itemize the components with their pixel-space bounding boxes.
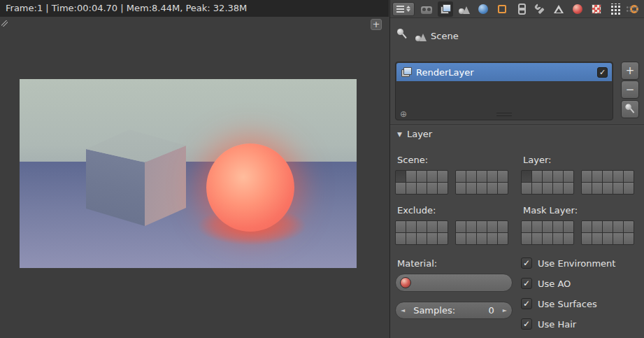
tab-object-data[interactable] bbox=[551, 1, 566, 17]
layer-toggle-cell-11[interactable] bbox=[532, 183, 542, 194]
layer-toggle-cell-11[interactable] bbox=[532, 233, 542, 244]
layer-toggle-cell-4[interactable] bbox=[438, 221, 448, 232]
layer-toggle-cell-12[interactable] bbox=[417, 183, 427, 194]
layer-toggle-cell-12[interactable] bbox=[417, 233, 427, 244]
layer-toggle-cell-16[interactable] bbox=[592, 183, 602, 194]
render-layer-enable-checkbox[interactable] bbox=[597, 67, 608, 78]
layer-toggle-cell-8[interactable] bbox=[487, 221, 497, 232]
layer-toggle-cell-6[interactable] bbox=[466, 221, 476, 232]
layer-toggle-cell-15[interactable] bbox=[456, 233, 466, 244]
layer-toggle-cell-0[interactable] bbox=[522, 221, 531, 232]
layer-toggle-cell-12[interactable] bbox=[543, 183, 552, 194]
layer-toggle-cell-19[interactable] bbox=[498, 233, 508, 244]
layer-toggle-cell-5[interactable] bbox=[582, 171, 592, 182]
layer-toggle-cell-3[interactable] bbox=[553, 221, 563, 232]
layer-toggle-cell-10[interactable] bbox=[396, 183, 406, 194]
layer-toggle-cell-3[interactable] bbox=[427, 221, 437, 232]
tab-modifiers[interactable] bbox=[532, 1, 548, 17]
layer-toggle-cell-19[interactable] bbox=[498, 183, 508, 194]
layer-toggle-cell-9[interactable] bbox=[498, 221, 508, 232]
layer-toggle-cell-6[interactable] bbox=[466, 171, 476, 182]
area-resize-grip[interactable] bbox=[1, 20, 8, 27]
render-layer-name[interactable]: RenderLayer bbox=[416, 67, 474, 78]
layer-toggle-cell-18[interactable] bbox=[613, 233, 623, 244]
layer-toggle-cell-2[interactable] bbox=[543, 221, 552, 232]
panel-collapse-arrow-icon[interactable]: ▼ bbox=[397, 131, 402, 138]
layer-toggle-cell-9[interactable] bbox=[624, 171, 634, 182]
layer-toggle-cell-2[interactable] bbox=[543, 171, 552, 182]
layer-toggle-cell-8[interactable] bbox=[613, 221, 623, 232]
layer-toggle-cell-17[interactable] bbox=[603, 233, 613, 244]
layer-toggle-cell-0[interactable] bbox=[396, 221, 406, 232]
layer-toggle-cell-14[interactable] bbox=[438, 183, 448, 194]
layer-toggle-cell-18[interactable] bbox=[487, 233, 497, 244]
layer-toggle-cell-12[interactable] bbox=[543, 233, 552, 244]
tab-scene[interactable] bbox=[457, 1, 472, 17]
layer-toggle-cell-8[interactable] bbox=[487, 171, 497, 182]
tab-particles[interactable] bbox=[608, 1, 623, 17]
layer-panel-header[interactable]: ▼ Layer bbox=[390, 125, 644, 143]
layer-toggle-cell-17[interactable] bbox=[477, 183, 487, 194]
breadcrumb-scene-label[interactable]: Scene bbox=[431, 31, 459, 41]
samples-number-field[interactable]: Samples: 0 bbox=[395, 302, 513, 319]
layer-toggle-cell-9[interactable] bbox=[498, 171, 508, 182]
layer-toggle-cell-13[interactable] bbox=[427, 233, 437, 244]
tab-texture[interactable] bbox=[589, 1, 604, 17]
tab-render[interactable] bbox=[419, 2, 434, 16]
material-override-field[interactable] bbox=[395, 274, 513, 292]
layer-toggle-cell-10[interactable] bbox=[396, 233, 406, 244]
tab-constraints[interactable] bbox=[513, 1, 529, 17]
layer-toggle-cell-9[interactable] bbox=[624, 221, 634, 232]
checkbox-icon[interactable] bbox=[521, 278, 532, 289]
tab-world[interactable] bbox=[475, 1, 491, 17]
layer-toggle-cell-4[interactable] bbox=[564, 221, 573, 232]
tab-object[interactable] bbox=[494, 1, 510, 17]
samples-decrease-icon[interactable] bbox=[401, 307, 405, 314]
samples-increase-icon[interactable] bbox=[503, 307, 507, 314]
layer-toggle-cell-5[interactable] bbox=[456, 221, 466, 232]
layer-toggle-cell-15[interactable] bbox=[582, 183, 592, 194]
layer-toggle-cell-15[interactable] bbox=[582, 233, 592, 244]
layer-toggle-cell-4[interactable] bbox=[438, 171, 448, 182]
tab-material[interactable] bbox=[570, 1, 585, 17]
checkbox-icon[interactable] bbox=[521, 318, 532, 330]
layer-toggle-cell-10[interactable] bbox=[522, 183, 531, 194]
layer-toggle-cell-7[interactable] bbox=[603, 171, 613, 182]
layer-toggle-cell-18[interactable] bbox=[613, 183, 623, 194]
checkbox-icon[interactable] bbox=[521, 258, 532, 269]
layer-toggle-cell-19[interactable] bbox=[624, 183, 634, 194]
remove-render-layer-button[interactable]: − bbox=[621, 80, 639, 99]
layer-toggle-cell-6[interactable] bbox=[592, 171, 602, 182]
layer-toggle-cell-0[interactable] bbox=[522, 171, 531, 182]
layer-toggle-cell-7[interactable] bbox=[477, 171, 487, 182]
layer-toggle-cell-16[interactable] bbox=[466, 233, 476, 244]
layer-toggle-cell-15[interactable] bbox=[456, 183, 466, 194]
panel-drag-grip-icon[interactable] bbox=[626, 6, 638, 13]
pin-id-button[interactable] bbox=[396, 28, 408, 41]
list-filter-toggle-icon[interactable] bbox=[400, 110, 407, 118]
list-resize-grip[interactable] bbox=[496, 113, 512, 116]
layer-toggle-cell-13[interactable] bbox=[553, 233, 563, 244]
layer-toggle-cell-1[interactable] bbox=[532, 171, 542, 182]
render-layer-list-item[interactable]: RenderLayer bbox=[396, 63, 612, 81]
layer-toggle-cell-1[interactable] bbox=[406, 221, 416, 232]
layer-toggle-cell-6[interactable] bbox=[592, 221, 602, 232]
layer-toggle-cell-0[interactable] bbox=[396, 171, 406, 182]
checkbox-icon[interactable] bbox=[521, 298, 532, 309]
layer-toggle-cell-18[interactable] bbox=[487, 183, 497, 194]
layer-toggle-cell-1[interactable] bbox=[532, 221, 542, 232]
layer-toggle-cell-14[interactable] bbox=[564, 183, 573, 194]
layer-toggle-cell-2[interactable] bbox=[417, 171, 427, 182]
layer-toggle-cell-5[interactable] bbox=[456, 171, 466, 182]
layer-toggle-cell-17[interactable] bbox=[477, 233, 487, 244]
pin-render-layer-button[interactable] bbox=[621, 100, 639, 118]
layer-toggle-cell-14[interactable] bbox=[438, 233, 448, 244]
region-expand-button[interactable]: + bbox=[371, 19, 382, 30]
layer-toggle-cell-16[interactable] bbox=[466, 183, 476, 194]
layer-toggle-cell-4[interactable] bbox=[564, 171, 573, 182]
layer-toggle-cell-5[interactable] bbox=[582, 221, 592, 232]
layer-toggle-cell-7[interactable] bbox=[477, 221, 487, 232]
layer-toggle-cell-14[interactable] bbox=[564, 233, 573, 244]
tab-render-layers[interactable] bbox=[438, 1, 453, 17]
add-render-layer-button[interactable]: + bbox=[621, 62, 639, 80]
